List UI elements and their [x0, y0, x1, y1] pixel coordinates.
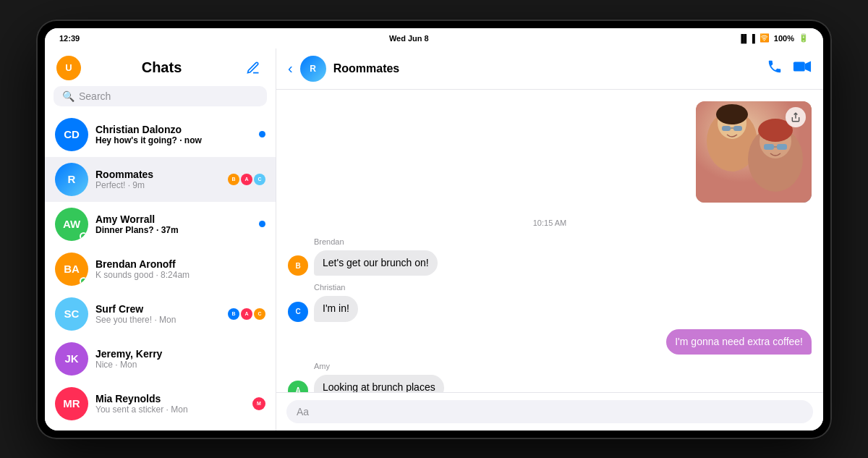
chat-name-mia: Mia Reynolds: [95, 393, 245, 404]
msg-avatar-amy: A: [288, 381, 308, 392]
svg-marker-1: [805, 62, 811, 72]
chat-name-amy: Amy Worrall: [95, 213, 252, 225]
chat-meta-christian: [259, 131, 265, 137]
chat-preview-roommates: Perfect! · 9m: [95, 180, 221, 190]
input-placeholder: Aa: [297, 406, 309, 417]
chat-item-brendan[interactable]: BA Brendan Aronoff K sounds good · 8:24a…: [45, 247, 276, 292]
chat-meta-surf: B A C: [228, 308, 265, 320]
chat-item-jeremy[interactable]: JK Jeremy, Kerry Nice · Mon: [45, 336, 276, 381]
group-avatars-surf: B A C: [228, 308, 265, 320]
chat-item-amy[interactable]: AW Amy Worrall Dinner Plans? · 37m: [45, 202, 276, 247]
search-placeholder: Search: [79, 90, 111, 102]
chat-header-name: Roommates: [333, 62, 760, 75]
status-right: ▐▌▐ 🛜 100% 🔋: [738, 33, 809, 43]
back-button[interactable]: ‹: [288, 60, 293, 77]
sidebar-title: Chats: [81, 59, 242, 76]
mini-av-2: A: [241, 174, 252, 185]
device-frame: 12:39 Wed Jun 8 ▐▌▐ 🛜 100% 🔋 U Chats: [36, 20, 832, 439]
search-icon: 🔍: [62, 90, 75, 102]
chat-meta-amy: [259, 221, 265, 227]
bubble-brunchplaces: Looking at brunch places: [314, 375, 444, 391]
group-avatars-roommates: B A C: [228, 174, 265, 185]
avatar-jeremy: JK: [55, 342, 88, 376]
user-avatar[interactable]: U: [56, 56, 81, 80]
compose-button[interactable]: [242, 57, 264, 79]
phone-button[interactable]: [767, 59, 783, 78]
avatar-surf: SC: [55, 297, 88, 331]
msg-row-brunch: B Let's get our brunch on!: [288, 250, 812, 276]
video-button[interactable]: [793, 59, 812, 78]
battery-icon: 🔋: [799, 33, 809, 43]
chat-info-christian: Christian Dalonzo Hey how's it going? · …: [95, 124, 252, 145]
mini-av-surf-3: C: [254, 308, 265, 320]
chat-item-surf[interactable]: SC Surf Crew See you there! · Mon B A C: [45, 292, 276, 336]
chat-preview-amy: Dinner Plans? · 37m: [95, 225, 252, 235]
chat-name-christian: Christian Dalonzo: [95, 124, 252, 135]
online-dot-amy: [80, 232, 88, 240]
online-dot-brendan: [80, 277, 88, 285]
avatar-mia: MR: [55, 387, 88, 420]
chat-preview-mia: You sent a sticker · Mon: [95, 404, 245, 415]
chat-preview-jeremy: Nice · Mon: [95, 360, 265, 370]
sender-amy: Amy: [314, 362, 812, 370]
msg-group-2: Christian C I'm in!: [288, 283, 812, 322]
bubble-coffee: I'm gonna need extra coffee!: [666, 329, 812, 355]
sender-christian: Christian: [314, 283, 812, 292]
mini-av-surf-2: A: [241, 308, 252, 320]
chat-info-mia: Mia Reynolds You sent a sticker · Mon: [95, 393, 245, 415]
avatar-brendan: BA: [55, 253, 88, 286]
status-time: 12:39: [59, 34, 80, 43]
msg-avatar-brendan: B: [288, 255, 308, 276]
chat-preview-brendan: K sounds good · 8:24am: [95, 270, 265, 280]
chat-info-roommates: Roommates Perfect! · 9m: [95, 169, 221, 190]
chat-item-christian[interactable]: CD Christian Dalonzo Hey how's it going?…: [45, 112, 276, 157]
mini-av-surf-1: B: [228, 308, 239, 320]
main-area: U Chats 🔍 Search: [45, 48, 823, 431]
mini-av-3: C: [254, 174, 265, 185]
message-input[interactable]: Aa: [286, 400, 813, 423]
svg-point-7: [716, 104, 748, 124]
chat-name-surf: Surf Crew: [95, 303, 221, 315]
avatar-roommates: R: [55, 163, 88, 196]
sidebar: U Chats 🔍 Search: [45, 48, 276, 431]
msg-group-3: Amy A Looking at brunch places: [288, 362, 812, 391]
msg-row-coffee: I'm gonna need extra coffee!: [288, 329, 812, 355]
mini-av-1: B: [228, 174, 239, 185]
chat-info-surf: Surf Crew See you there! · Mon: [95, 303, 221, 325]
unread-dot-christian: [259, 131, 265, 137]
msg-avatar-christian: C: [288, 302, 308, 322]
screen: 12:39 Wed Jun 8 ▐▌▐ 🛜 100% 🔋 U Chats: [45, 28, 823, 431]
chat-item-roommates[interactable]: R Roommates Perfect! · 9m B A C: [45, 157, 276, 202]
sidebar-header: U Chats: [45, 48, 276, 86]
photo-block: [288, 101, 812, 203]
chat-name-roommates: Roommates: [95, 169, 221, 180]
chat-list: CD Christian Dalonzo Hey how's it going?…: [45, 112, 276, 431]
svg-rect-12: [764, 144, 774, 150]
msg-row-brunchplaces: A Looking at brunch places: [288, 375, 812, 391]
msg-row-imin: C I'm in!: [288, 296, 812, 322]
battery-label: 100%: [774, 34, 794, 43]
messages-area[interactable]: 10:15 AM Brendan B Let's get our brunch …: [276, 90, 823, 392]
svg-rect-10: [733, 126, 742, 131]
timestamp-1015: 10:15 AM: [288, 219, 812, 227]
chat-name-jeremy: Jeremy, Kerry: [95, 348, 265, 360]
avatar-christian: CD: [55, 118, 88, 151]
share-icon[interactable]: [786, 107, 806, 127]
status-bar: 12:39 Wed Jun 8 ▐▌▐ 🛜 100% 🔋: [45, 28, 823, 48]
mini-av-mia: M: [252, 397, 265, 410]
search-bar[interactable]: 🔍 Search: [54, 86, 267, 106]
chat-item-mia[interactable]: MR Mia Reynolds You sent a sticker · Mon…: [45, 381, 276, 426]
svg-rect-13: [777, 144, 787, 150]
avatar-amy: AW: [55, 208, 88, 241]
chat-meta-roommates: B A C: [228, 174, 265, 185]
chat-item-eugene[interactable]: ES Eugene Song It's happening next week!…: [45, 426, 276, 431]
status-date: Wed Jun 8: [389, 34, 429, 43]
chat-name-brendan: Brendan Aronoff: [95, 258, 265, 270]
signal-icon: ▐▌▐: [738, 34, 754, 43]
chat-header-avatar: R: [300, 56, 326, 82]
chat-area: ‹ R Roommates: [276, 48, 823, 431]
msg-group-1: Brendan B Let's get our brunch on!: [288, 237, 812, 276]
chat-header: ‹ R Roommates: [276, 48, 823, 90]
bubble-imin: I'm in!: [314, 296, 358, 322]
chat-info-jeremy: Jeremy, Kerry Nice · Mon: [95, 348, 265, 370]
